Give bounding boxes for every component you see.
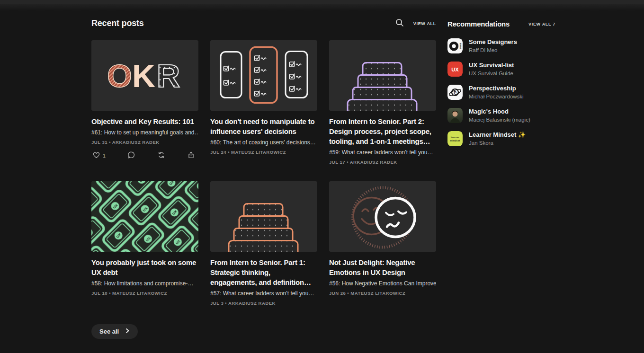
post-date: JUL 17	[329, 159, 345, 165]
recommendation-name: Magic's Hood	[469, 108, 530, 115]
recommendation-text: Perspectiveship Michał Poczwardowski	[469, 85, 524, 100]
post-meta: JUL 24 • MATEUSZ LITAROWICZ	[210, 150, 317, 155]
restack-icon	[157, 151, 165, 160]
search-icon	[395, 18, 404, 28]
perspectiveship-logo-icon: P	[447, 85, 463, 100]
post-subtitle: #61: How to set up meaningful goals and…	[91, 128, 198, 137]
like-button[interactable]: 1	[92, 151, 106, 160]
thumbnail-okr-typography[interactable]: O K R	[91, 40, 198, 111]
restack-button[interactable]	[157, 151, 165, 160]
bottom-divider	[91, 349, 555, 349]
recommendations-header: Recommendations VIEW ALL 7	[447, 0, 555, 28]
recommendation-name: Learner Mindset ✨	[469, 131, 526, 139]
recommendation-text: Magic's Hood Maciej Balasinski (magic)	[469, 108, 530, 123]
post-card: UX You probably just took on some UX deb…	[91, 181, 198, 322]
post-title[interactable]: You probably just took on some UX debt	[91, 257, 198, 277]
recommendation-some-designers[interactable]: some Some Designers Raff Di Meo	[447, 38, 555, 53]
recommendation-name: Some Designers	[469, 38, 517, 46]
meta-separator: •	[109, 291, 111, 296]
post-meta: JUL 31 • ARKADIUSZ RADEK	[91, 140, 198, 145]
post-title[interactable]: Not Just Delight: Negative Emotions in U…	[329, 257, 436, 277]
like-count: 1	[103, 153, 106, 159]
thumbnail-three-checklists[interactable]	[210, 40, 317, 111]
meta-separator: •	[109, 140, 111, 145]
recommendation-text: Learner Mindset ✨ Jan Skora	[469, 131, 526, 146]
recommendation-author: UX Survival Guide	[469, 71, 514, 77]
learner-badge-line1: learner	[451, 136, 460, 139]
recommendation-learner-mindset[interactable]: learner mindset Learner Mindset ✨ Jan Sk…	[447, 131, 555, 146]
recommendation-name: Perspectiveship	[469, 85, 524, 92]
share-icon	[187, 151, 195, 160]
recommendation-author: Jan Skora	[469, 140, 526, 146]
heart-icon	[92, 151, 100, 160]
thumbnail-purple-tiered-cake[interactable]	[329, 40, 436, 111]
posts-view-all-button[interactable]: VIEW ALL	[413, 21, 436, 26]
post-card: Not Just Delight: Negative Emotions in U…	[329, 181, 436, 322]
learner-badge-line2: mindset	[450, 139, 460, 142]
post-date: JUL 31	[91, 140, 107, 145]
recommendation-perspectiveship[interactable]: P Perspectiveship Michał Poczwardowski	[447, 85, 555, 100]
recent-posts-header: Recent posts VIEW ALL	[91, 0, 436, 28]
post-card: From Intern to Senior. Part 2: Design pr…	[329, 40, 436, 181]
recommendations-list: some Some Designers Raff Di Meo UX UX Su…	[447, 38, 555, 146]
comment-icon	[127, 151, 135, 160]
post-date: JUL 24	[210, 150, 226, 155]
post-meta: JUL 10 • MATEUSZ LITAROWICZ	[91, 291, 198, 296]
post-subtitle: #60: The art of coaxing users' decisions…	[210, 138, 317, 147]
post-author: MATEUSZ LITAROWICZ	[231, 150, 286, 155]
recommendations-title: Recommendations	[447, 20, 510, 28]
ux-survival-logo-icon: UX	[447, 62, 463, 77]
thumbnail-money-bill-pattern[interactable]: UX	[91, 181, 198, 252]
post-title[interactable]: From Intern to Senior. Part 2: Design pr…	[329, 116, 436, 146]
recommendations-section: Recommendations VIEW ALL 7 some Some Des…	[447, 0, 555, 154]
comment-button[interactable]	[127, 151, 135, 160]
post-title[interactable]: From Intern to Senior. Part 1: Strategic…	[210, 257, 317, 287]
post-subtitle: #57: What career ladders won’t tell you…	[210, 289, 317, 298]
some-designers-badge-text: some	[459, 43, 462, 49]
recommendation-author: Raff Di Meo	[469, 47, 517, 53]
header-actions: VIEW ALL	[395, 18, 436, 28]
posts-grid: O K R Objective and Key Results: 101 #61…	[91, 40, 436, 322]
recent-posts-section: Recent posts VIEW ALL	[91, 0, 436, 339]
post-subtitle: #58: How limitations and compromise-…	[91, 279, 198, 288]
recommendation-magics-hood[interactable]: Magic's Hood Maciej Balasinski (magic)	[447, 108, 555, 123]
recommendation-author: Maciej Balasinski (magic)	[469, 117, 530, 123]
post-meta: JUN 26 • MATEUSZ LITAROWICZ	[329, 291, 436, 296]
thumbnail-two-emotion-faces[interactable]	[329, 181, 436, 252]
post-date: JUL 3	[210, 300, 224, 306]
recommendation-text: Some Designers Raff Di Meo	[469, 38, 517, 53]
post-subtitle: #56: How Negative Emotions Can Improve…	[329, 279, 436, 288]
learner-mindset-logo-icon: learner mindset	[447, 131, 463, 146]
post-title[interactable]: Objective and Key Results: 101	[91, 116, 198, 126]
okr-letter-k: K	[132, 58, 155, 94]
chevron-right-icon	[125, 328, 130, 335]
meta-separator: •	[347, 159, 349, 165]
post-subtitle: #59: What career ladders won’t tell you…	[329, 148, 436, 157]
see-all-button[interactable]: See all	[91, 324, 138, 339]
page-title: Recent posts	[91, 18, 144, 28]
post-author: MATEUSZ LITAROWICZ	[350, 291, 405, 296]
post-author: MATEUSZ LITAROWICZ	[112, 291, 167, 296]
okr-letter-r: R	[157, 58, 180, 94]
magics-hood-avatar	[447, 108, 463, 123]
post-title[interactable]: You don't need to manipulate to influenc…	[210, 116, 317, 136]
see-all-label: See all	[99, 328, 119, 335]
recommendation-ux-survival-list[interactable]: UX UX Survival-list UX Survival Guide	[447, 62, 555, 77]
post-card: You don't need to manipulate to influenc…	[210, 40, 317, 181]
recommendation-author: Michał Poczwardowski	[469, 94, 524, 100]
ux-badge-text: UX	[451, 67, 459, 72]
share-button[interactable]	[187, 151, 195, 160]
some-designers-logo-icon: some	[447, 38, 463, 53]
post-card: From Intern to Senior. Part 1: Strategic…	[210, 181, 317, 322]
search-button[interactable]	[395, 18, 404, 28]
okr-letter-o: O	[107, 58, 132, 94]
meta-separator: •	[347, 291, 349, 296]
post-actions: 1	[91, 151, 198, 160]
post-date: JUL 10	[91, 291, 107, 296]
recommendation-name: UX Survival-list	[469, 62, 514, 69]
meta-separator: •	[228, 150, 230, 155]
post-card: O K R Objective and Key Results: 101 #61…	[91, 40, 198, 181]
thumbnail-orange-tiered-cake[interactable]	[210, 181, 317, 252]
post-meta: JUL 3 • ARKADIUSZ RADEK	[210, 300, 317, 306]
recommendations-view-all-button[interactable]: VIEW ALL 7	[528, 22, 555, 26]
